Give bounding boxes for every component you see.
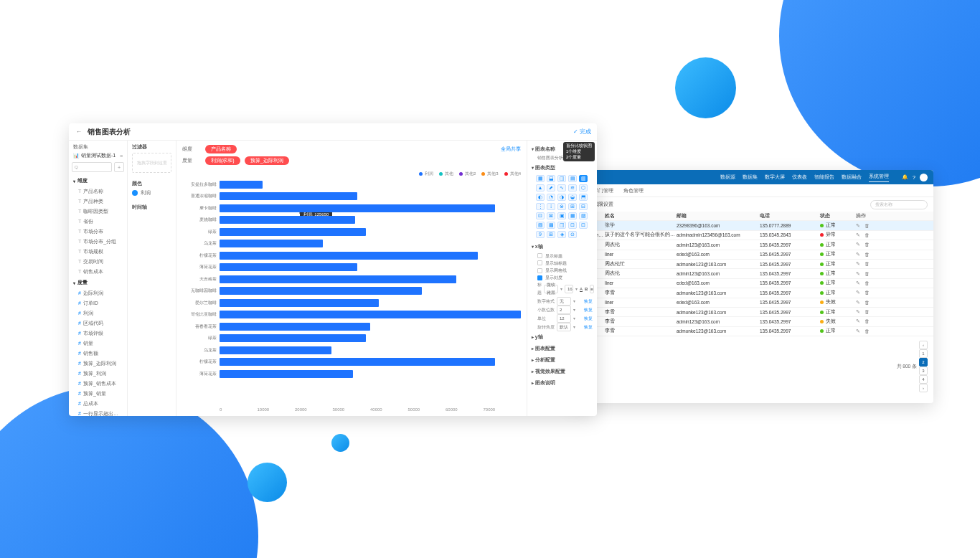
chart-type-option[interactable]: ◒	[568, 194, 577, 201]
restore-link[interactable]: 恢复	[584, 298, 593, 306]
checkbox-show-title[interactable]: 显示标题	[532, 252, 593, 260]
field-item[interactable]: 一行显示超出…	[69, 409, 127, 416]
legend-item[interactable]: 其他4	[504, 171, 521, 177]
checkbox-show-gridline[interactable]: 显示网格线	[532, 267, 593, 274]
chart-type-option[interactable]: ▧	[536, 222, 545, 229]
edit-icon[interactable]: ✎	[856, 300, 860, 306]
table-row[interactable]: David李雪admonke123@163.com135.0435.2997正常…	[567, 327, 933, 336]
table-row[interactable]: jack张学23298396@163.com135.0777.2889正常✎🗑	[567, 221, 933, 230]
field-item[interactable]: 销量	[69, 339, 127, 349]
edit-icon[interactable]: ✎	[856, 280, 860, 286]
nav-item[interactable]: 数字大屏	[765, 174, 785, 181]
unit-input[interactable]: 12	[557, 314, 571, 323]
chart-type-option[interactable]: ◔	[547, 194, 555, 201]
nav-item[interactable]: 数据集	[743, 174, 758, 181]
edit-icon[interactable]: ✎	[856, 232, 860, 238]
nav-item[interactable]: 数据源	[720, 174, 735, 181]
field-item[interactable]: T产品种类	[69, 197, 127, 207]
table-row[interactable]: Lynnlinereded@163.com135.0435.2997正常✎🗑	[567, 279, 933, 288]
chart-type-option[interactable]: ▤	[568, 175, 577, 182]
legend-item[interactable]: 其他	[439, 171, 453, 177]
legend-item[interactable]: 其他2	[459, 171, 476, 177]
chart-type-option[interactable]: ⊡	[579, 222, 588, 229]
section-chart-config[interactable]: 图表配置	[532, 343, 593, 354]
tab[interactable]: 角色管理	[623, 187, 644, 194]
chart-type-option[interactable]: ⁞	[547, 203, 555, 210]
edit-icon[interactable]: ✎	[856, 252, 860, 257]
delete-icon[interactable]: 🗑	[864, 223, 870, 229]
dataset-selector[interactable]: 📊 销量测试数据-1≡	[69, 152, 127, 162]
chart-type-option[interactable]: ⊞	[568, 203, 577, 210]
legend-item[interactable]: 其他3	[481, 171, 498, 177]
nav-item[interactable]: 数据融合	[842, 174, 862, 181]
chart-type-option[interactable]: ⬓	[547, 175, 555, 182]
edit-icon[interactable]: ✎	[856, 261, 860, 267]
dimension-shelf[interactable]: 维度 产品名称 全局共享	[182, 145, 521, 153]
nav-item[interactable]: 系统管理	[869, 173, 889, 182]
filter-dropzone[interactable]: 拖拽字段到这里	[132, 153, 171, 173]
chart-type-option[interactable]: ⊡	[536, 212, 545, 219]
chip-measure[interactable]: 预算_边际利润	[245, 156, 289, 165]
field-item[interactable]: 总成本	[69, 399, 127, 409]
title-size-input[interactable]: 16	[565, 285, 573, 293]
user-avatar[interactable]	[920, 174, 928, 181]
field-item[interactable]: T咖啡因类型	[69, 207, 127, 217]
field-item[interactable]: T销售成本	[69, 267, 127, 277]
section-y-axis[interactable]: y轴	[532, 331, 593, 343]
add-field-button[interactable]: +	[114, 162, 124, 172]
decimals-input[interactable]: 2	[557, 306, 571, 314]
chart-type-option[interactable]: ◈	[557, 231, 566, 238]
table-row[interactable]: David周杰伦忙admonke123@163.com135.0435.2997…	[567, 260, 933, 269]
field-item[interactable]: 利润	[69, 308, 127, 318]
rotate-select[interactable]: 默认	[557, 323, 571, 331]
nav-item[interactable]: 智能报告	[814, 174, 834, 181]
delete-icon[interactable]: 🗑	[864, 300, 870, 306]
chart-type-option[interactable]: ⬈	[547, 184, 555, 191]
table-row[interactable]: Lynn李雪admonke123@163.com135.0435.2997正常✎…	[567, 288, 933, 298]
pager-page[interactable]: 1	[919, 349, 928, 358]
edit-icon[interactable]: ✎	[856, 309, 860, 315]
numfmt-select[interactable]: 无	[557, 297, 571, 306]
chart-type-option[interactable]: ⊞	[547, 231, 555, 238]
title-font-select[interactable]: 微软雅黑	[544, 285, 558, 293]
delete-icon[interactable]: 🗑	[864, 252, 870, 257]
nav-item[interactable]: 仪表盘	[792, 174, 807, 181]
pager-page[interactable]: 4	[919, 375, 928, 384]
measure-shelf[interactable]: 度量 利润(求和) 预算_边际利润	[182, 156, 521, 165]
chart-type-option[interactable]: ※	[557, 203, 566, 210]
chart-type-option[interactable]: ▦	[568, 212, 577, 219]
restore-link[interactable]: 恢复	[584, 323, 593, 331]
delete-icon[interactable]: 🗑	[864, 318, 870, 324]
field-item[interactable]: 预算_利润	[69, 369, 127, 379]
restore-link[interactable]: 恢复	[584, 315, 593, 323]
chart-type-option[interactable]: ▣	[557, 212, 566, 219]
edit-icon[interactable]: ✎	[856, 242, 860, 247]
pager-page[interactable]: 2	[919, 358, 928, 367]
chart-type-option[interactable]: ◫	[557, 175, 566, 182]
delete-icon[interactable]: 🗑	[864, 328, 870, 334]
delete-icon[interactable]: 🗑	[864, 280, 870, 286]
field-item[interactable]: 预算_销售成本	[69, 379, 127, 389]
section-analysis-config[interactable]: 分析配置	[532, 354, 593, 366]
edit-icon[interactable]: ✎	[856, 328, 860, 334]
field-item[interactable]: 销售额	[69, 349, 127, 359]
table-row[interactable]: Lynn李雪admin123@163.com135.0435.2997失效✎🗑	[567, 317, 933, 326]
checkbox-show-axis-title[interactable]: 显示轴标题	[532, 260, 593, 267]
done-button[interactable]: 完成	[573, 128, 591, 136]
delete-icon[interactable]: 🗑	[864, 261, 870, 267]
delete-icon[interactable]: 🗑	[864, 232, 870, 238]
legend-item[interactable]: 利润	[419, 171, 433, 177]
field-search-input[interactable]: Q	[72, 162, 112, 172]
chip-measure[interactable]: 利润(求和)	[205, 156, 240, 165]
table-row[interactable]: jay周杰伦admin123@163.com135.0435.2997正常✎🗑	[567, 240, 933, 250]
chart-type-option[interactable]: ⊡	[568, 222, 577, 229]
section-visual-config[interactable]: 视觉效果配置	[532, 366, 593, 377]
chart-type-option[interactable]: ▲	[536, 184, 545, 191]
section-chart-type[interactable]: 图表类型	[532, 162, 593, 174]
chart-type-option[interactable]: ⊙	[568, 231, 577, 238]
table-row[interactable]: adminadminadminging…孩子的这个名字可能会很长的随便举例超出用…	[567, 231, 933, 240]
edit-icon[interactable]: ✎	[856, 223, 860, 229]
restore-link[interactable]: 恢复	[584, 306, 593, 314]
field-item[interactable]: 边际利润	[69, 288, 127, 298]
section-measures[interactable]: 度量	[69, 277, 127, 288]
